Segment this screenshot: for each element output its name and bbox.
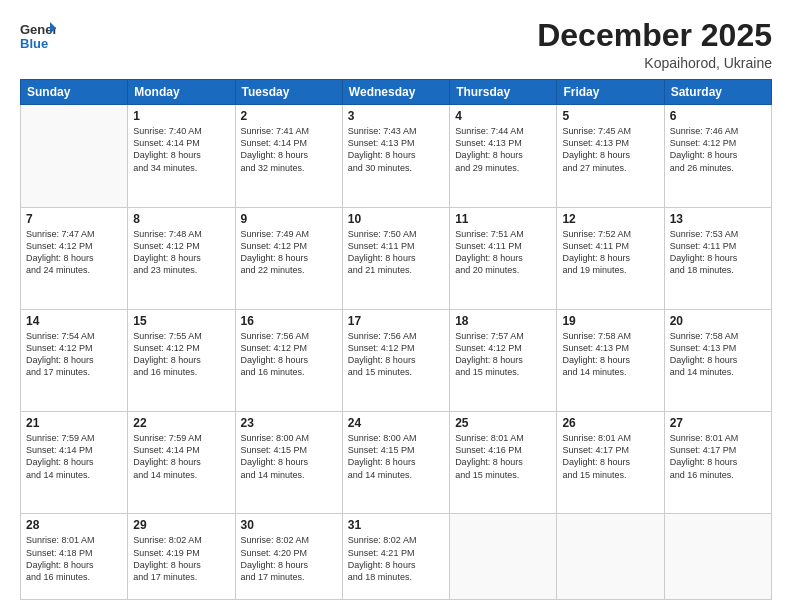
- table-row: 15Sunrise: 7:55 AM Sunset: 4:12 PM Dayli…: [128, 309, 235, 411]
- subtitle: Kopaihorod, Ukraine: [537, 55, 772, 71]
- logo-icon: General Blue: [20, 18, 56, 54]
- table-row: 30Sunrise: 8:02 AM Sunset: 4:20 PM Dayli…: [235, 514, 342, 600]
- table-row: 9Sunrise: 7:49 AM Sunset: 4:12 PM Daylig…: [235, 207, 342, 309]
- table-row: 7Sunrise: 7:47 AM Sunset: 4:12 PM Daylig…: [21, 207, 128, 309]
- day-number: 22: [133, 416, 229, 430]
- day-number: 30: [241, 518, 337, 532]
- cell-info: Sunrise: 7:47 AM Sunset: 4:12 PM Dayligh…: [26, 228, 122, 277]
- day-number: 14: [26, 314, 122, 328]
- cell-info: Sunrise: 7:59 AM Sunset: 4:14 PM Dayligh…: [133, 432, 229, 481]
- table-row: 13Sunrise: 7:53 AM Sunset: 4:11 PM Dayli…: [664, 207, 771, 309]
- table-row: [664, 514, 771, 600]
- day-number: 6: [670, 109, 766, 123]
- table-row: 6Sunrise: 7:46 AM Sunset: 4:12 PM Daylig…: [664, 105, 771, 207]
- cell-info: Sunrise: 8:01 AM Sunset: 4:16 PM Dayligh…: [455, 432, 551, 481]
- cell-info: Sunrise: 8:02 AM Sunset: 4:19 PM Dayligh…: [133, 534, 229, 583]
- svg-text:Blue: Blue: [20, 36, 48, 51]
- table-row: 4Sunrise: 7:44 AM Sunset: 4:13 PM Daylig…: [450, 105, 557, 207]
- table-row: 3Sunrise: 7:43 AM Sunset: 4:13 PM Daylig…: [342, 105, 449, 207]
- day-number: 25: [455, 416, 551, 430]
- day-number: 10: [348, 212, 444, 226]
- table-row: 31Sunrise: 8:02 AM Sunset: 4:21 PM Dayli…: [342, 514, 449, 600]
- table-row: 16Sunrise: 7:56 AM Sunset: 4:12 PM Dayli…: [235, 309, 342, 411]
- table-row: 5Sunrise: 7:45 AM Sunset: 4:13 PM Daylig…: [557, 105, 664, 207]
- day-number: 31: [348, 518, 444, 532]
- day-number: 8: [133, 212, 229, 226]
- table-row: 18Sunrise: 7:57 AM Sunset: 4:12 PM Dayli…: [450, 309, 557, 411]
- cell-info: Sunrise: 7:45 AM Sunset: 4:13 PM Dayligh…: [562, 125, 658, 174]
- table-row: 25Sunrise: 8:01 AM Sunset: 4:16 PM Dayli…: [450, 412, 557, 514]
- day-number: 29: [133, 518, 229, 532]
- col-tuesday: Tuesday: [235, 80, 342, 105]
- cell-info: Sunrise: 8:01 AM Sunset: 4:17 PM Dayligh…: [670, 432, 766, 481]
- day-number: 20: [670, 314, 766, 328]
- cell-info: Sunrise: 7:44 AM Sunset: 4:13 PM Dayligh…: [455, 125, 551, 174]
- page: General Blue December 2025 Kopaihorod, U…: [0, 0, 792, 612]
- table-row: 24Sunrise: 8:00 AM Sunset: 4:15 PM Dayli…: [342, 412, 449, 514]
- table-row: 29Sunrise: 8:02 AM Sunset: 4:19 PM Dayli…: [128, 514, 235, 600]
- day-number: 28: [26, 518, 122, 532]
- day-number: 9: [241, 212, 337, 226]
- table-row: 28Sunrise: 8:01 AM Sunset: 4:18 PM Dayli…: [21, 514, 128, 600]
- table-row: 20Sunrise: 7:58 AM Sunset: 4:13 PM Dayli…: [664, 309, 771, 411]
- table-row: 11Sunrise: 7:51 AM Sunset: 4:11 PM Dayli…: [450, 207, 557, 309]
- col-thursday: Thursday: [450, 80, 557, 105]
- table-row: 12Sunrise: 7:52 AM Sunset: 4:11 PM Dayli…: [557, 207, 664, 309]
- cell-info: Sunrise: 7:58 AM Sunset: 4:13 PM Dayligh…: [562, 330, 658, 379]
- table-row: 23Sunrise: 8:00 AM Sunset: 4:15 PM Dayli…: [235, 412, 342, 514]
- cell-info: Sunrise: 7:57 AM Sunset: 4:12 PM Dayligh…: [455, 330, 551, 379]
- day-number: 5: [562, 109, 658, 123]
- cell-info: Sunrise: 7:51 AM Sunset: 4:11 PM Dayligh…: [455, 228, 551, 277]
- calendar-table: Sunday Monday Tuesday Wednesday Thursday…: [20, 79, 772, 600]
- logo: General Blue: [20, 18, 56, 58]
- cell-info: Sunrise: 7:41 AM Sunset: 4:14 PM Dayligh…: [241, 125, 337, 174]
- table-row: 1Sunrise: 7:40 AM Sunset: 4:14 PM Daylig…: [128, 105, 235, 207]
- cell-info: Sunrise: 8:00 AM Sunset: 4:15 PM Dayligh…: [348, 432, 444, 481]
- day-number: 19: [562, 314, 658, 328]
- col-monday: Monday: [128, 80, 235, 105]
- cell-info: Sunrise: 8:00 AM Sunset: 4:15 PM Dayligh…: [241, 432, 337, 481]
- title-area: December 2025 Kopaihorod, Ukraine: [537, 18, 772, 71]
- header: General Blue December 2025 Kopaihorod, U…: [20, 18, 772, 71]
- day-number: 16: [241, 314, 337, 328]
- table-row: [450, 514, 557, 600]
- month-title: December 2025: [537, 18, 772, 53]
- cell-info: Sunrise: 7:56 AM Sunset: 4:12 PM Dayligh…: [241, 330, 337, 379]
- day-number: 11: [455, 212, 551, 226]
- col-friday: Friday: [557, 80, 664, 105]
- table-row: [21, 105, 128, 207]
- day-number: 18: [455, 314, 551, 328]
- day-number: 4: [455, 109, 551, 123]
- table-row: 22Sunrise: 7:59 AM Sunset: 4:14 PM Dayli…: [128, 412, 235, 514]
- cell-info: Sunrise: 7:58 AM Sunset: 4:13 PM Dayligh…: [670, 330, 766, 379]
- cell-info: Sunrise: 8:02 AM Sunset: 4:20 PM Dayligh…: [241, 534, 337, 583]
- table-row: 14Sunrise: 7:54 AM Sunset: 4:12 PM Dayli…: [21, 309, 128, 411]
- day-number: 3: [348, 109, 444, 123]
- cell-info: Sunrise: 8:01 AM Sunset: 4:17 PM Dayligh…: [562, 432, 658, 481]
- table-row: 27Sunrise: 8:01 AM Sunset: 4:17 PM Dayli…: [664, 412, 771, 514]
- day-number: 23: [241, 416, 337, 430]
- table-row: 26Sunrise: 8:01 AM Sunset: 4:17 PM Dayli…: [557, 412, 664, 514]
- day-number: 27: [670, 416, 766, 430]
- table-row: 21Sunrise: 7:59 AM Sunset: 4:14 PM Dayli…: [21, 412, 128, 514]
- col-saturday: Saturday: [664, 80, 771, 105]
- cell-info: Sunrise: 7:56 AM Sunset: 4:12 PM Dayligh…: [348, 330, 444, 379]
- day-number: 15: [133, 314, 229, 328]
- cell-info: Sunrise: 7:54 AM Sunset: 4:12 PM Dayligh…: [26, 330, 122, 379]
- day-number: 21: [26, 416, 122, 430]
- table-row: [557, 514, 664, 600]
- cell-info: Sunrise: 8:02 AM Sunset: 4:21 PM Dayligh…: [348, 534, 444, 583]
- cell-info: Sunrise: 7:55 AM Sunset: 4:12 PM Dayligh…: [133, 330, 229, 379]
- day-number: 13: [670, 212, 766, 226]
- cell-info: Sunrise: 7:43 AM Sunset: 4:13 PM Dayligh…: [348, 125, 444, 174]
- day-number: 2: [241, 109, 337, 123]
- table-row: 17Sunrise: 7:56 AM Sunset: 4:12 PM Dayli…: [342, 309, 449, 411]
- table-row: 10Sunrise: 7:50 AM Sunset: 4:11 PM Dayli…: [342, 207, 449, 309]
- cell-info: Sunrise: 7:46 AM Sunset: 4:12 PM Dayligh…: [670, 125, 766, 174]
- cell-info: Sunrise: 8:01 AM Sunset: 4:18 PM Dayligh…: [26, 534, 122, 583]
- col-wednesday: Wednesday: [342, 80, 449, 105]
- cell-info: Sunrise: 7:48 AM Sunset: 4:12 PM Dayligh…: [133, 228, 229, 277]
- cell-info: Sunrise: 7:49 AM Sunset: 4:12 PM Dayligh…: [241, 228, 337, 277]
- cell-info: Sunrise: 7:50 AM Sunset: 4:11 PM Dayligh…: [348, 228, 444, 277]
- cell-info: Sunrise: 7:40 AM Sunset: 4:14 PM Dayligh…: [133, 125, 229, 174]
